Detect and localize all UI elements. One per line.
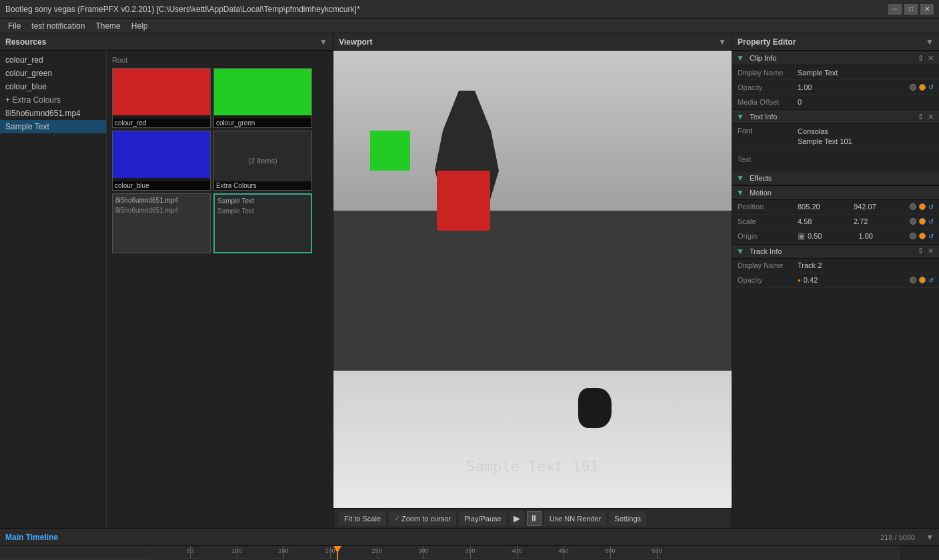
resource-cell-video[interactable]: 8i5ho6umnd651.mp4 8i5ho6umnd651.mp4 bbox=[112, 193, 211, 253]
menu-help[interactable]: Help bbox=[126, 20, 153, 32]
use-nn-render-button[interactable]: Use NN Render bbox=[544, 511, 607, 526]
ruler-tick-200 bbox=[330, 546, 331, 559]
opacity-circle-icon bbox=[910, 84, 916, 91]
resource-item-colour-blue[interactable]: colour_blue bbox=[0, 80, 106, 93]
ruler-tick-300 bbox=[423, 546, 424, 559]
scale-x-value: 4.58 bbox=[798, 217, 854, 225]
text-info-expand-btn[interactable]: ⇕ bbox=[916, 113, 925, 121]
close-button[interactable]: ✕ bbox=[920, 4, 934, 15]
resource-item-mp4[interactable]: 8i5ho6umnd651.mp4 bbox=[0, 107, 106, 120]
text-info-section[interactable]: ▼ Text Info ⇕ ✕ bbox=[732, 109, 939, 124]
resource-cell-sample-text[interactable]: Sample Text Sample Text bbox=[213, 193, 312, 253]
track-opacity-controls: ↺ bbox=[910, 277, 934, 284]
scale-circle-icon bbox=[910, 218, 916, 225]
track-headers: V Track 1 with stuff 1.0000 ● Opacity ▼ … bbox=[0, 546, 150, 560]
text-info-label: Text Info bbox=[750, 113, 778, 121]
ruler-tick-400 bbox=[517, 546, 518, 559]
resource-item-sample-text[interactable]: Sample Text bbox=[0, 120, 106, 133]
opacity-row: Opacity 1.00 ↺ bbox=[732, 80, 939, 95]
menu-theme[interactable]: Theme bbox=[90, 20, 125, 32]
position-refresh-icon[interactable]: ↺ bbox=[928, 203, 934, 211]
display-name-row: Display Name Sample Text bbox=[732, 65, 939, 80]
fit-to-scale-button[interactable]: Fit to Scale bbox=[339, 511, 386, 526]
scale-label: Scale bbox=[738, 217, 798, 225]
clip-info-close-btn[interactable]: ✕ bbox=[926, 54, 935, 63]
extra-items-count: (2 Items) bbox=[248, 157, 277, 165]
display-name-value: Sample Text bbox=[798, 69, 934, 77]
resources-panel: Resources ▼ colour_red colour_green colo… bbox=[0, 33, 333, 528]
motion-section[interactable]: ▼ Motion bbox=[732, 185, 939, 200]
timeline-body: V Track 1 with stuff 1.0000 ● Opacity ▼ … bbox=[0, 546, 939, 560]
ruler-tick-50 bbox=[190, 546, 191, 559]
resource-cell-extra-colours[interactable]: (2 Items) Extra Colours bbox=[213, 131, 312, 191]
display-name-label: Display Name bbox=[738, 69, 798, 77]
resource-section-extra-colours[interactable]: + Extra Colours bbox=[0, 93, 106, 107]
track-info-label: Track Info bbox=[750, 247, 782, 255]
track-opacity-label: Opacity bbox=[738, 276, 798, 284]
track-info-section[interactable]: ▼ Track Info ⇕ ✕ bbox=[732, 244, 939, 259]
scale-active-icon bbox=[919, 218, 926, 225]
property-editor-arrow-icon: ▼ bbox=[926, 37, 934, 47]
position-label: Position bbox=[738, 203, 798, 211]
origin-controls: ↺ bbox=[910, 233, 934, 240]
position-x-value: 805.20 bbox=[798, 203, 854, 211]
play-icon-button[interactable]: ▶ bbox=[510, 511, 524, 526]
resource-item-colour-green[interactable]: colour_green bbox=[0, 67, 106, 80]
opacity-value: 1.00 bbox=[798, 83, 910, 91]
track-opacity-refresh-icon[interactable]: ↺ bbox=[928, 277, 934, 284]
playhead[interactable] bbox=[337, 546, 338, 559]
track-info-close-btn[interactable]: ✕ bbox=[926, 247, 935, 255]
opacity-refresh-icon[interactable]: ↺ bbox=[928, 83, 934, 91]
pause-icon-button[interactable]: ⏸ bbox=[527, 511, 542, 526]
resource-item-colour-red[interactable]: colour_red bbox=[0, 53, 106, 67]
text-info-toggle-icon: ▼ bbox=[736, 112, 744, 121]
ruler-tick-150 bbox=[283, 546, 284, 559]
resource-cell-colour-green[interactable]: colour_green bbox=[213, 68, 312, 128]
effects-toggle-icon: ▼ bbox=[736, 173, 744, 183]
font-row: Font Consolas Sample Text 101 bbox=[732, 124, 939, 149]
font-value: Consolas Sample Text 101 bbox=[798, 127, 852, 147]
origin-grid-icon: ▣ bbox=[798, 231, 805, 241]
track-info-expand-btn[interactable]: ⇕ bbox=[916, 247, 925, 255]
opacity-label: Opacity bbox=[738, 83, 798, 91]
ruler-spacer bbox=[0, 546, 149, 559]
position-row: Position 805.20 942.07 ↺ bbox=[732, 200, 939, 215]
zoom-to-cursor-button[interactable]: ✓ Zoom to cursor bbox=[389, 511, 456, 526]
origin-circle-icon bbox=[910, 233, 916, 239]
resource-cell-colour-blue[interactable]: colour_blue bbox=[112, 131, 211, 191]
track-area[interactable]: 50 100 150 200 250 300 350 400 4 bbox=[150, 546, 899, 560]
text-info-close-btn[interactable]: ✕ bbox=[926, 113, 935, 121]
effects-section[interactable]: ▼ Effects bbox=[732, 171, 939, 185]
track-opacity-value: 0.42 bbox=[804, 276, 910, 284]
resource-row-0: colour_red colour_green bbox=[112, 68, 327, 128]
ruler-tick-500 bbox=[610, 546, 611, 559]
minimize-button[interactable]: ─ bbox=[888, 4, 902, 15]
clip-info-toggle-icon: ▼ bbox=[736, 53, 744, 63]
play-pause-button[interactable]: Play/Pause bbox=[459, 511, 507, 526]
resource-cell-colour-red[interactable]: colour_red bbox=[112, 68, 211, 128]
motion-toggle-icon: ▼ bbox=[736, 188, 744, 197]
opacity-active-circle-icon bbox=[919, 84, 926, 91]
viewport-arrow-icon: ▼ bbox=[718, 37, 726, 47]
resources-arrow-icon: ▼ bbox=[319, 37, 327, 47]
property-editor-title: Property Editor bbox=[738, 37, 796, 47]
menu-test-notification[interactable]: test notification bbox=[26, 20, 90, 32]
origin-refresh-icon[interactable]: ↺ bbox=[928, 233, 934, 240]
clip-info-label: Clip Info bbox=[750, 54, 776, 62]
clip-info-expand-btn[interactable]: ⇕ bbox=[916, 54, 925, 63]
resource-row-2: 8i5ho6umnd651.mp4 8i5ho6umnd651.mp4 Samp… bbox=[112, 193, 327, 253]
clip-info-controls: ⇕ ✕ bbox=[916, 54, 935, 63]
resources-header: Resources ▼ bbox=[0, 33, 333, 51]
settings-button[interactable]: Settings bbox=[609, 511, 646, 526]
scale-refresh-icon[interactable]: ↺ bbox=[928, 218, 934, 225]
origin-x-value: 0.50 bbox=[808, 232, 859, 240]
viewport-toolbar: Fit to Scale ✓ Zoom to cursor Play/Pause… bbox=[333, 508, 732, 528]
menu-file[interactable]: File bbox=[3, 20, 26, 32]
ruler-tick-450 bbox=[564, 546, 564, 559]
media-offset-row: Media Offset 0 bbox=[732, 95, 939, 109]
media-offset-value: 0 bbox=[798, 98, 934, 106]
track-display-name-value: Track 2 bbox=[798, 261, 934, 269]
track-display-name-row: Display Name Track 2 bbox=[732, 259, 939, 273]
clip-info-section[interactable]: ▼ Clip Info ⇕ ✕ bbox=[732, 51, 939, 65]
maximize-button[interactable]: □ bbox=[904, 4, 918, 15]
